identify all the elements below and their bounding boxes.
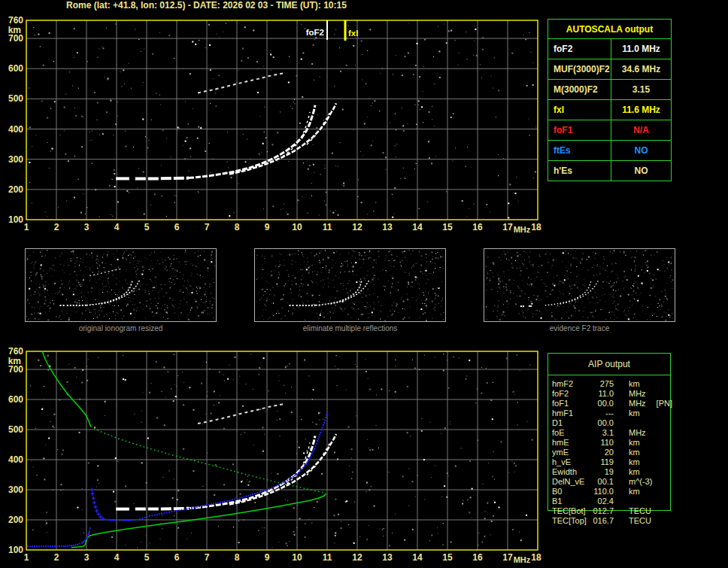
aip-param-value: 119	[591, 457, 614, 467]
svg-text:1: 1	[24, 222, 29, 232]
aip-param-label: TEC[Top]	[552, 516, 591, 526]
autoscala-param-label: foF1	[548, 120, 611, 140]
autoscala-param-label: MUF(3000)F2	[548, 59, 611, 79]
svg-text:100: 100	[8, 214, 23, 225]
aip-param-label: B0	[552, 487, 591, 497]
aip-param-value: 11.0	[591, 389, 614, 399]
autoscala-param-label: h'Es	[548, 161, 611, 181]
aip-param-label: hmF1	[552, 409, 591, 418]
svg-text:fxI: fxI	[348, 29, 358, 38]
aip-table-rows: hmF2275kmfoF211.0MHzfoF100.0MHz[PN]hmF1-…	[552, 379, 671, 526]
autoscala-param-label: fxI	[548, 100, 611, 120]
svg-text:16: 16	[472, 552, 483, 563]
aip-param-value: 02.4	[591, 497, 614, 506]
svg-text:18: 18	[531, 222, 541, 232]
aip-param-label: hmE	[552, 438, 591, 448]
aip-param-unit: m^(-3)	[629, 477, 652, 486]
svg-text:MHz: MHz	[514, 555, 531, 564]
aip-param-extra: [PN]	[657, 399, 672, 408]
svg-text:200: 200	[8, 515, 23, 525]
aip-table-title: AIP output	[548, 354, 670, 375]
svg-text:9: 9	[265, 222, 270, 232]
autoscala-table-rows: foF211.0 MHzMUF(3000)F234.6 MHzM(3000)F2…	[548, 38, 671, 181]
svg-text:km: km	[8, 356, 21, 366]
autoscala-output-table: AUTOSCALA output foF211.0 MHzMUF(3000)F2…	[548, 19, 672, 181]
autoscala-row-MUF(3000)F2: MUF(3000)F234.6 MHz	[548, 59, 671, 79]
aip-row-hmF1: hmF1---km	[552, 409, 671, 418]
aip-param-label: DelN_vE	[552, 477, 591, 487]
thumbnail-caption-eliminate: eliminate multiple reflections	[254, 324, 446, 333]
svg-text:2: 2	[54, 552, 59, 563]
autoscala-window: Rome (lat: +41.8, lon: 012.5) - DATE: 20…	[0, 0, 728, 568]
aip-param-value: 275	[591, 379, 614, 389]
aip-row-D1: D100.0	[552, 418, 671, 428]
svg-text:9: 9	[265, 552, 270, 563]
aip-row-DelN_vE: DelN_vE00.1m^(-3)	[552, 477, 671, 487]
autoscala-param-label: ftEs	[548, 141, 611, 160]
svg-text:100: 100	[8, 545, 23, 555]
svg-text:7: 7	[205, 222, 210, 232]
autoscala-param-value: N/A	[611, 120, 671, 140]
thumbnail-evidence-f2-trace	[484, 248, 675, 322]
svg-text:13: 13	[382, 222, 393, 232]
aip-param-label: foF1	[552, 399, 591, 409]
svg-text:foF2: foF2	[306, 28, 324, 37]
svg-text:760: 760	[8, 15, 23, 26]
aip-param-value: 016.7	[591, 516, 614, 526]
aip-row-B1: B102.4	[552, 497, 671, 506]
svg-text:7: 7	[205, 552, 210, 563]
aip-param-label: foE	[552, 428, 591, 438]
aip-param-unit: km	[629, 379, 640, 388]
aip-param-label: Ewidth	[552, 467, 591, 477]
aip-param-unit: TECU	[629, 516, 651, 525]
aip-row-TEC[Top]: TEC[Top]016.7TECU	[552, 516, 671, 526]
svg-text:300: 300	[8, 154, 23, 165]
svg-text:15: 15	[442, 222, 453, 232]
aip-row-B0: B0110.0km	[552, 487, 671, 497]
autoscala-table-title: AUTOSCALA output	[548, 20, 671, 38]
svg-text:12: 12	[352, 552, 362, 563]
svg-text:300: 300	[8, 484, 23, 495]
svg-text:200: 200	[8, 184, 23, 195]
svg-text:5: 5	[144, 552, 150, 563]
svg-text:10: 10	[292, 552, 302, 563]
svg-text:8: 8	[235, 222, 240, 232]
aip-param-label: h_vE	[552, 457, 591, 467]
autoscala-row-foF1: foF1N/A	[548, 120, 671, 140]
svg-text:18: 18	[531, 552, 541, 563]
aip-param-label: ymE	[552, 448, 591, 457]
svg-text:1: 1	[24, 552, 29, 563]
aip-param-value: 00.0	[591, 418, 614, 428]
aip-param-unit: km	[629, 467, 640, 476]
svg-text:13: 13	[382, 552, 393, 563]
thumbnail-eliminate-reflections	[254, 248, 446, 322]
aip-param-value: 110.0	[591, 487, 614, 497]
svg-text:4: 4	[114, 222, 120, 232]
aip-param-label: hmF2	[552, 379, 591, 389]
svg-text:16: 16	[472, 222, 483, 232]
aip-param-label: foF2	[552, 389, 591, 399]
aip-param-value: 20	[591, 448, 614, 457]
aip-row-foF1: foF100.0MHz[PN]	[552, 399, 671, 409]
svg-text:3: 3	[84, 222, 89, 232]
svg-text:11: 11	[323, 222, 332, 232]
autoscala-row-M(3000)F2: M(3000)F23.15	[548, 79, 671, 99]
aip-param-unit: km	[629, 438, 640, 447]
aip-row-hmE: hmE110km	[552, 438, 671, 448]
svg-text:500: 500	[8, 424, 23, 435]
aip-row-ymE: ymE20km	[552, 448, 671, 457]
thumbnail-original-ionogram	[25, 248, 217, 322]
aip-param-value: 00.0	[591, 399, 614, 409]
aip-param-unit: MHz	[629, 399, 646, 408]
aip-param-unit: MHz	[629, 389, 646, 398]
autoscala-row-ftEs: ftEsNO	[548, 140, 671, 160]
autoscala-param-value: 34.6 MHz	[611, 59, 671, 79]
svg-text:600: 600	[8, 63, 23, 74]
aip-param-unit: km	[629, 487, 640, 496]
aip-param-unit: km	[629, 457, 640, 466]
autoscala-param-value: NO	[611, 161, 671, 181]
svg-text:400: 400	[8, 124, 23, 135]
autoscala-param-value: NO	[611, 141, 671, 160]
aip-row-h_vE: h_vE119km	[552, 457, 671, 467]
autoscala-param-value: 3.15	[611, 80, 671, 99]
